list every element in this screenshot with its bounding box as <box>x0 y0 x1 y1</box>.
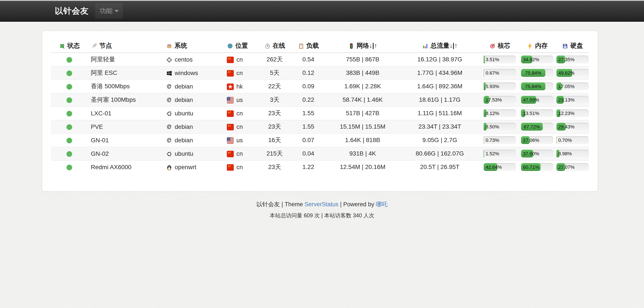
country-code: us <box>236 137 243 144</box>
server-row[interactable]: Redmi AX6000openwrtcn23天1.2212.54M | 20.… <box>51 160 589 174</box>
online-status-dot <box>66 111 72 117</box>
server-row[interactable]: PVEdebiancn23天1.5515.15M | 15.15M23.34T … <box>51 120 589 133</box>
os-name: debian <box>175 83 193 90</box>
cpu-percent-label: 1.52% <box>486 150 499 158</box>
location-cell: cn <box>222 107 260 120</box>
server-row[interactable]: 阿里 ESCwindowscn5天0.12383B | 449B1.77G | … <box>51 66 589 80</box>
load-cell: 0.22 <box>290 93 327 107</box>
network-cell: 58.74K | 1.46K <box>327 93 398 107</box>
column-header-cpu: 核芯 <box>481 39 518 53</box>
server-row[interactable]: 圣何塞 100Mbpsdebianus3天0.2258.74K | 1.46K1… <box>51 93 589 107</box>
disk-cell: 29.43% <box>556 120 589 133</box>
brand-link[interactable]: 以针会友 <box>55 5 89 16</box>
node-name: LXC-01 <box>91 110 112 117</box>
traffic-value: 20.5T | 26.95T <box>420 163 459 170</box>
column-header-disk: 硬盘 <box>556 39 589 53</box>
debian-icon <box>166 123 172 130</box>
ram-percent-label: 75.84% <box>525 69 542 77</box>
online-status-dot <box>66 151 72 157</box>
ram-cell: 34.92% <box>518 53 556 66</box>
column-header-label: 系统 <box>174 42 187 49</box>
cn-flag-icon <box>227 110 234 117</box>
ram-progressbar: 13.51% <box>521 109 553 117</box>
table-header: 状态节点系统位置在线负载网络↓|↑总流量↓|↑核芯内存硬盘 <box>51 39 589 53</box>
disk-cell: 27.07% <box>556 160 589 174</box>
node-cell: GN-01 <box>88 133 162 147</box>
traffic-cell: 16.12G | 38.97G <box>398 53 481 66</box>
ram-percent-label: 34.92% <box>523 55 539 64</box>
ram-percent-label: 37.60% <box>523 150 539 158</box>
disk-percent-label: 8.98% <box>558 150 572 158</box>
status-cell <box>51 53 88 66</box>
node-cell: 阿里 ESC <box>88 66 162 80</box>
disk-cell: 8.98% <box>556 147 589 160</box>
bar-chart-icon <box>422 42 428 49</box>
server-row[interactable]: LXC-01ubuntucn23天1.55517B | 427B1.11G | … <box>51 107 589 120</box>
traffic-value: 80.66G | 162.07G <box>416 150 464 157</box>
network-value: 931B | 4K <box>350 150 376 157</box>
cpu-progressbar: 17.53% <box>484 96 516 104</box>
server-row[interactable]: 阿里轻量centoscn262天0.54755B | 867B16.12G | … <box>51 53 589 66</box>
cn-flag-icon <box>227 69 234 77</box>
cn-flag-icon <box>227 56 234 63</box>
ubuntu-icon <box>166 150 172 157</box>
ram-cell: 75.84% <box>518 80 556 93</box>
disk-percent-label: 17.05% <box>558 82 575 90</box>
serverstatus-theme-link[interactable]: ServerStatus <box>304 201 338 208</box>
cpu-progressbar: 8.12% <box>484 109 516 117</box>
online-status-dot <box>66 70 72 76</box>
network-cell: 517B | 427B <box>327 107 398 120</box>
column-header-label: 总流量↓|↑ <box>430 42 457 49</box>
load-cell: 0.12 <box>290 66 327 80</box>
online-status-dot <box>66 124 72 130</box>
status-cell <box>51 133 88 147</box>
status-cell <box>51 160 88 174</box>
column-header-system: 系统 <box>162 39 222 53</box>
ram-cell: 75.84% <box>518 66 556 80</box>
os-name: openwrt <box>175 164 196 170</box>
column-header-label: 内存 <box>535 42 548 49</box>
globe-icon <box>227 42 233 49</box>
location-cell: cn <box>222 53 260 66</box>
load-cell: 0.07 <box>290 133 327 147</box>
caret-down-icon <box>115 10 119 12</box>
server-row[interactable]: GN-01debianus16天0.071.64K | 818B9.05G | … <box>51 133 589 147</box>
load-value: 1.55 <box>302 110 314 117</box>
country-code: cn <box>236 123 243 130</box>
traffic-value: 18.61G | 1.17G <box>419 96 460 103</box>
load-cell: 1.22 <box>290 160 327 174</box>
system-cell: windows <box>162 66 222 80</box>
disk-progressbar: 23.13% <box>556 96 588 104</box>
cpu-cell: 5.93% <box>481 80 518 93</box>
cpu-percent-label: 8.12% <box>486 109 499 117</box>
os-name: ubuntu <box>175 150 193 157</box>
location-cell: cn <box>222 160 260 174</box>
column-header-uptime: 在线 <box>260 39 290 53</box>
cpu-progressbar: 42.64% <box>484 163 516 171</box>
footer-visit-stats: 本站总访问量 609 次 | 本站访客数 340 人次 <box>0 212 644 219</box>
disk-progressbar: 0.70% <box>556 136 588 144</box>
column-header-network: 网络↓|↑ <box>327 39 398 53</box>
server-row[interactable]: GN-02ubuntucn215天0.04931B | 4K80.66G | 1… <box>51 147 589 160</box>
column-header-node: 节点 <box>88 39 162 53</box>
node-name: 阿里轻量 <box>91 56 115 63</box>
traffic-value: 1.64G | 892.36M <box>417 83 462 90</box>
cpu-progressbar: 1.52% <box>484 150 516 157</box>
debian-icon <box>166 96 172 104</box>
column-header-label: 网络↓|↑ <box>356 42 377 49</box>
features-menu-button[interactable]: 功能 <box>95 3 123 19</box>
cpu-cell: 17.53% <box>481 93 518 107</box>
status-cell <box>51 80 88 93</box>
disk-cell: 49.62% <box>556 66 589 80</box>
cpu-cell: 42.64% <box>481 160 518 174</box>
us-flag-icon <box>227 137 234 144</box>
cpu-percent-label: 5.93% <box>486 82 499 90</box>
network-value: 15.15M | 15.15M <box>340 123 386 130</box>
ram-percent-label: 13.51% <box>523 109 539 117</box>
server-row[interactable]: 香港 500Mbpsdebianhk22天0.091.69K | 2.28K1.… <box>51 80 589 93</box>
node-name: PVE <box>91 123 103 130</box>
node-cell: PVE <box>88 120 162 133</box>
nezha-link[interactable]: 哪吒 <box>376 201 388 208</box>
ram-progressbar: 60.71% <box>521 163 553 171</box>
disk-cell: 12.23% <box>556 107 589 120</box>
